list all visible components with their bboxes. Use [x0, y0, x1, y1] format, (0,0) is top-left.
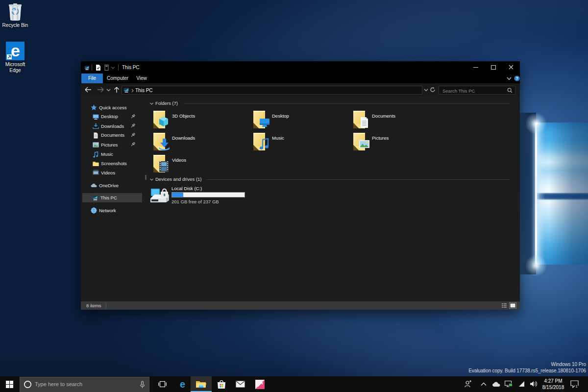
- svg-text:e: e: [180, 379, 185, 390]
- svg-text:1: 1: [576, 385, 578, 388]
- svg-text:e: e: [11, 42, 20, 60]
- svg-text:?: ?: [515, 76, 518, 81]
